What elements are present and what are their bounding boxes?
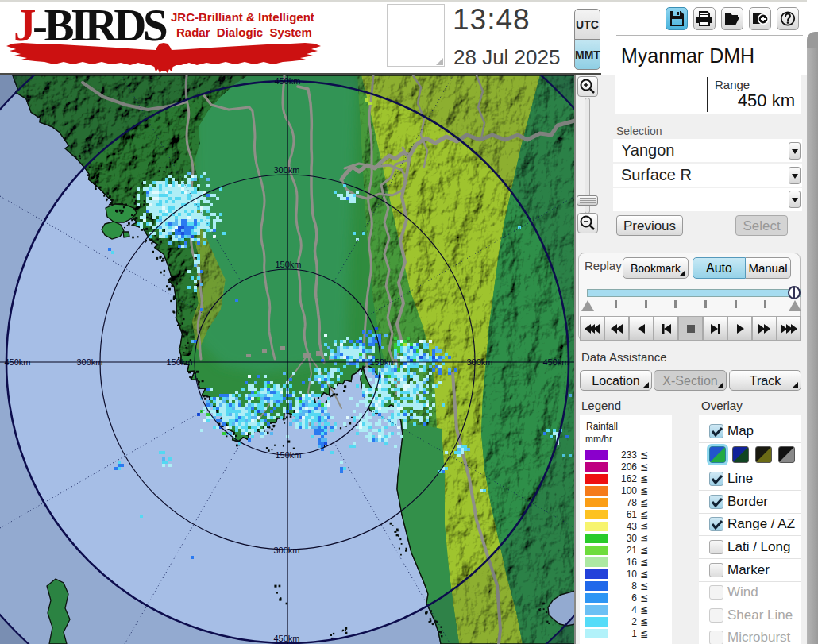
svg-text:450km: 450km (4, 357, 30, 367)
svg-text:150km: 150km (166, 357, 192, 367)
svg-text:150km: 150km (369, 357, 395, 367)
svg-text:300km: 300km (466, 357, 492, 367)
svg-text:150km: 150km (275, 450, 301, 460)
svg-text:300km: 300km (273, 546, 299, 555)
svg-text:450km: 450km (542, 357, 569, 367)
svg-text:300km: 300km (76, 357, 102, 367)
svg-text:450km: 450km (274, 76, 300, 86)
svg-text:450km: 450km (273, 634, 299, 643)
svg-text:150km: 150km (275, 260, 301, 269)
svg-text:300km: 300km (273, 165, 299, 175)
